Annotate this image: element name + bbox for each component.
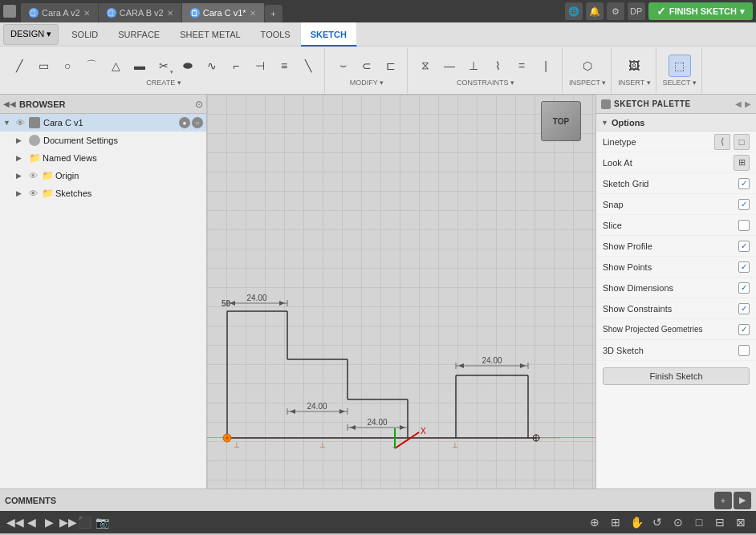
insert-image-tool[interactable]: 🖼 [623,55,645,77]
status-view-button[interactable]: □ [690,513,708,531]
tab-cara-a[interactable]: 🗒 Cara A v2 ✕ [21,3,99,22]
break-tool[interactable]: ≡ [273,55,295,77]
vertical-tool[interactable]: | [534,55,557,77]
showpoints-checkbox[interactable] [738,261,750,273]
browser-title: BROWSER [19,99,65,109]
action-btn-2[interactable]: ○ [192,117,203,128]
expand-icon-origin[interactable]: ▶ [16,172,27,180]
browser-item-sketches[interactable]: ▶ 👁 📁 Sketches [0,184,206,202]
bell-button[interactable]: 🔔 [586,2,604,20]
status-display-button[interactable]: ⊟ [711,513,729,531]
measure-tool[interactable]: ⬡ [576,55,599,77]
canvas-area[interactable]: 50 [207,95,595,488]
3dsketch-checkbox[interactable] [738,345,750,356]
comments-add-button[interactable]: + [714,492,732,509]
viewcube[interactable]: TOP [541,101,589,149]
tab-cara-c-close[interactable]: ✕ [250,9,256,18]
tab-file-icon: 🗒 [29,8,39,18]
palette-expand-right[interactable]: ▶ [745,99,751,108]
select-tool[interactable]: ⬚ [669,55,691,77]
polygon-tool[interactable]: △ [104,55,127,77]
tangent-tool[interactable]: ⌇ [486,55,509,77]
linetype-share-icon[interactable]: ⟨ [714,134,730,150]
browser-search-button[interactable]: ⊙ [195,99,203,110]
palette-header-actions: ◀ ▶ [735,99,751,108]
status-zoom-button[interactable]: ⊙ [669,513,687,531]
slot2-tool[interactable]: ╲ [297,55,319,77]
browser-collapse-icon[interactable]: ◀◀ [3,99,16,108]
action-btn-1[interactable]: ● [179,117,190,128]
browser-item-cara-c[interactable]: ▼ 👁 Cara C v1 ● ○ [0,114,206,132]
globe-button[interactable]: 🌐 [565,2,583,20]
showconstraints-checkbox[interactable] [738,303,750,314]
comments-expand-button[interactable]: ▶ [734,492,751,509]
status-home-button[interactable]: ⊕ [586,513,604,531]
ellipse-tool[interactable]: ⬬ [177,55,199,77]
tab-sketch[interactable]: SKETCH [301,22,357,47]
mirror-tool[interactable]: ⊏ [380,55,402,77]
browser-item-origin[interactable]: ▶ 👁 📁 Origin [0,167,206,184]
showprojected-checkbox[interactable] [738,324,750,335]
new-tab-button[interactable]: + [265,5,282,22]
rect-tool[interactable]: ▭ [32,55,55,77]
tab-tools[interactable]: TOOLS [251,22,301,47]
browser-item-named-views[interactable]: ▶ 📁 Named Views [0,149,206,167]
expand-icon-sketches[interactable]: ▶ [16,189,27,197]
expand-icon[interactable]: ▼ [3,119,14,127]
conic-tool[interactable]: ⌐ [225,55,247,77]
design-button[interactable]: DESIGN ▾ [3,24,59,45]
status-pan-button[interactable]: ✋ [628,513,645,531]
tab-cara-b[interactable]: 🗒 CARA B v2 ✕ [99,3,182,22]
gear-button[interactable]: ⚙ [607,2,624,20]
fillet-tool[interactable]: ⌣ [331,55,354,77]
circle-tool[interactable]: ○ [56,55,79,77]
tab-sheet-metal[interactable]: SHEET METAL [170,22,250,47]
tab-cara-c[interactable]: 🗒 Cara C v1* ✕ [182,3,265,22]
spline-tool[interactable]: ∿ [201,55,223,77]
trim-tool[interactable]: ⊣ [249,55,271,77]
slice-checkbox[interactable] [738,220,750,231]
nav-first-button[interactable]: ◀◀ [6,516,21,529]
equal-tool[interactable]: = [510,55,533,77]
palette-section-options[interactable]: ▼ Options [596,114,756,132]
finish-sketch-palette-button[interactable]: Finish Sketch [603,367,750,385]
slot-tool[interactable]: ✂ [152,55,175,77]
tab-cara-a-close[interactable]: ✕ [83,9,90,18]
snap-checkbox[interactable] [738,199,750,210]
browser-item-doc-settings[interactable]: ▶ Document Settings [0,132,206,149]
status-rotate-button[interactable]: ↺ [648,513,666,531]
expand-icon-views[interactable]: ▶ [16,154,27,162]
horizontal-tool[interactable]: — [438,55,461,77]
showdimensions-checkbox[interactable] [738,282,750,294]
nav-camera-button[interactable]: 📷 [95,516,109,529]
palette-expand-left[interactable]: ◀ [735,99,742,108]
arc-tool[interactable]: ⌒ [80,55,103,77]
sketchgrid-checkbox[interactable] [738,178,750,189]
lookat-icon[interactable]: ⊞ [734,155,750,171]
eye-icon-sketches[interactable]: 👁 [29,188,40,198]
nav-play-button[interactable]: ▶ [42,516,56,529]
status-grid-button[interactable]: ⊞ [607,513,624,531]
linetype-label: Linetype [603,137,636,147]
user-button[interactable]: DP [628,2,645,20]
nav-prev-button[interactable]: ◀ [24,516,39,529]
constraint-1: ⊥ [234,441,240,449]
status-render-button[interactable]: ⊠ [732,513,750,531]
line-tool[interactable]: ╱ [8,55,30,77]
expand-icon-doc[interactable]: ▶ [16,136,27,144]
viewcube-box[interactable]: TOP [541,101,581,141]
finish-sketch-header-button[interactable]: ✓ FINISH SKETCH ▾ [648,2,753,20]
rect2-tool[interactable]: ▬ [128,55,151,77]
eye-icon-origin[interactable]: 👁 [29,171,40,180]
coincident-tool[interactable]: ⧖ [414,55,437,77]
showprofile-checkbox[interactable] [738,241,750,252]
linetype-copy-icon[interactable]: □ [734,134,750,150]
eye-icon[interactable]: 👁 [16,118,27,128]
perpendicular-tool[interactable]: ⊥ [462,55,485,77]
tab-surface[interactable]: SURFACE [108,22,170,47]
tab-solid[interactable]: SOLID [62,22,108,47]
tab-cara-b-close[interactable]: ✕ [167,9,173,18]
nav-next-button[interactable]: ▶▶ [59,516,74,529]
offset-tool[interactable]: ⊂ [356,55,378,77]
nav-record-button[interactable]: ⬛ [77,516,91,529]
